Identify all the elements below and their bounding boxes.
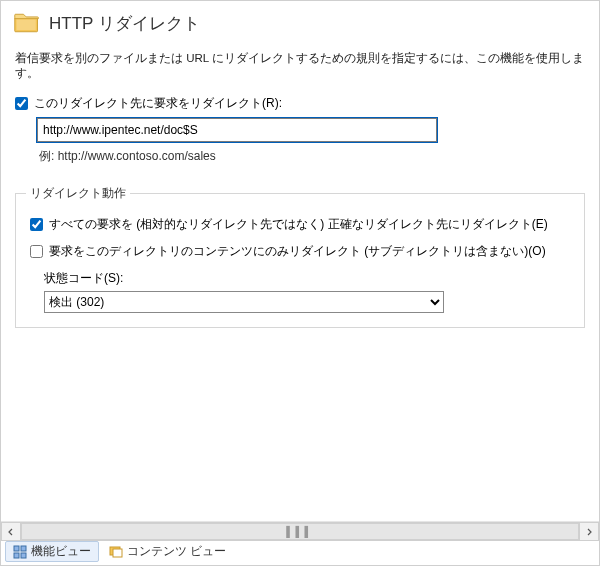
example-url: http://www.contoso.com/sales bbox=[58, 149, 216, 163]
redirect-enable-row[interactable]: このリダイレクト先に要求をリダイレクト(R): bbox=[15, 95, 587, 112]
scroll-left-button[interactable] bbox=[1, 522, 21, 541]
features-view-icon bbox=[13, 545, 27, 559]
only-dir-checkbox[interactable] bbox=[30, 245, 43, 258]
svg-rect-3 bbox=[21, 546, 26, 551]
redirect-behavior-group: リダイレクト動作 すべての要求を (相対的なリダイレクト先ではなく) 正確なリダ… bbox=[15, 185, 585, 328]
redirect-enable-checkbox[interactable] bbox=[15, 97, 28, 110]
status-code-label: 状態コード(S): bbox=[44, 270, 574, 287]
content-view-icon bbox=[109, 545, 123, 559]
only-dir-row[interactable]: 要求をこのディレクトリのコンテンツにのみリダイレクト (サブディレクトリは含まな… bbox=[30, 243, 574, 260]
view-tabs: 機能ビュー コンテンツ ビュー bbox=[1, 541, 599, 565]
example-prefix: 例: bbox=[39, 149, 58, 163]
scroll-track[interactable]: ▌▌▌ bbox=[21, 522, 579, 541]
folder-icon bbox=[13, 9, 41, 37]
status-code-select[interactable]: 検出 (302) bbox=[44, 291, 444, 313]
scroll-right-button[interactable] bbox=[579, 522, 599, 541]
content-view-tab[interactable]: コンテンツ ビュー bbox=[101, 541, 234, 562]
horizontal-scrollbar[interactable]: ▌▌▌ bbox=[1, 521, 599, 541]
redirect-enable-label: このリダイレクト先に要求をリダイレクト(R): bbox=[34, 95, 282, 112]
example-text: 例: http://www.contoso.com/sales bbox=[39, 148, 587, 165]
exact-redirect-row[interactable]: すべての要求を (相対的なリダイレクト先ではなく) 正確なリダイレクト先にリダイ… bbox=[30, 216, 574, 233]
svg-rect-5 bbox=[21, 553, 26, 558]
redirect-url-row bbox=[13, 118, 587, 142]
svg-rect-7 bbox=[113, 549, 122, 557]
exact-redirect-label: すべての要求を (相対的なリダイレクト先ではなく) 正確なリダイレクト先にリダイ… bbox=[49, 216, 548, 233]
svg-rect-1 bbox=[17, 20, 36, 31]
exact-redirect-checkbox[interactable] bbox=[30, 218, 43, 231]
features-view-label: 機能ビュー bbox=[31, 544, 91, 559]
page-title: HTTP リダイレクト bbox=[49, 12, 200, 35]
content-pane: HTTP リダイレクト 着信要求を別のファイルまたは URL にリダイレクトする… bbox=[1, 1, 599, 521]
redirect-behavior-legend: リダイレクト動作 bbox=[26, 185, 130, 202]
window: HTTP リダイレクト 着信要求を別のファイルまたは URL にリダイレクトする… bbox=[0, 0, 600, 566]
scroll-thumb[interactable]: ▌▌▌ bbox=[21, 523, 579, 540]
description-text: 着信要求を別のファイルまたは URL にリダイレクトするための規則を指定するには… bbox=[15, 51, 587, 81]
redirect-url-input[interactable] bbox=[37, 118, 437, 142]
only-dir-label: 要求をこのディレクトリのコンテンツにのみリダイレクト (サブディレクトリは含まな… bbox=[49, 243, 546, 260]
svg-rect-2 bbox=[14, 546, 19, 551]
features-view-tab[interactable]: 機能ビュー bbox=[5, 541, 99, 562]
svg-rect-4 bbox=[14, 553, 19, 558]
title-row: HTTP リダイレクト bbox=[13, 9, 587, 37]
content-view-label: コンテンツ ビュー bbox=[127, 544, 226, 559]
